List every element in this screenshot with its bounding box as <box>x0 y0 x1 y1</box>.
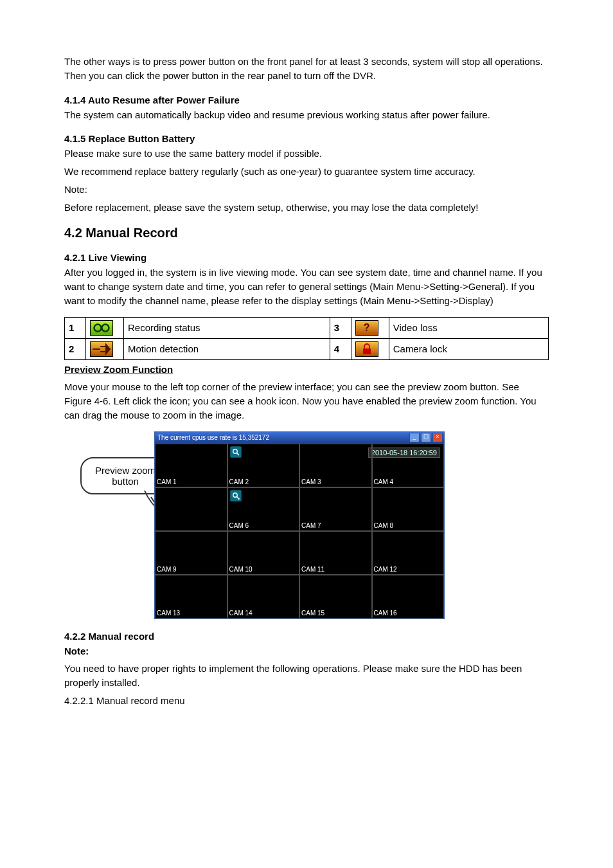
cell-num: 1 <box>65 317 86 338</box>
heading-4221: 4.2.2.1 Manual record menu <box>64 694 549 708</box>
note-body-422: You need to have proper rights to implem… <box>64 662 549 690</box>
cell-icon <box>351 338 389 359</box>
cell-icon: ? <box>351 317 389 338</box>
heading-42: 4.2 Manual Record <box>64 226 549 240</box>
svg-point-3 <box>233 449 236 453</box>
cell-icon <box>86 338 124 359</box>
preview-zoom-body: Move your mouse to the left top corner o… <box>64 380 549 422</box>
window-title: The current cpus use rate is 15,352172 <box>157 434 269 441</box>
lock-icon <box>355 341 378 357</box>
maximize-button[interactable]: ☐ <box>421 433 431 442</box>
preview-zoom-icon[interactable] <box>230 446 242 458</box>
camera-cell[interactable]: CAM 13 <box>155 575 227 619</box>
svg-point-5 <box>233 493 236 496</box>
camera-cell[interactable]: CAM 2 <box>227 444 300 487</box>
cell-desc: Camera lock <box>389 338 548 359</box>
camera-cell[interactable]: CAM 7 <box>299 487 372 531</box>
cell-num: 4 <box>330 338 351 359</box>
camera-cell[interactable]: CAM 14 <box>227 575 300 619</box>
svg-point-1 <box>102 324 109 331</box>
svg-line-4 <box>236 453 239 455</box>
note-label-422: Note: <box>64 646 89 656</box>
camera-cell[interactable]: CAM 1 <box>155 444 227 487</box>
heading-415: 4.1.5 Replace Button Battery <box>64 133 549 144</box>
table-row: 2 Motion detection 4 Camera lock <box>65 338 549 359</box>
cell-num: 2 <box>65 338 86 359</box>
preview-zoom-icon[interactable] <box>230 490 242 502</box>
cell-icon <box>86 317 124 338</box>
camera-cell[interactable]: CAM 12 <box>372 531 445 575</box>
camera-cell[interactable]: CAM 16 <box>372 575 445 619</box>
svg-point-0 <box>94 324 102 331</box>
camera-cell[interactable]: CAM 9 <box>155 531 227 575</box>
intro-paragraph: The other ways is to press power button … <box>64 55 549 83</box>
close-button[interactable]: × <box>432 433 443 442</box>
p415-note-label: Note: <box>64 183 549 197</box>
recording-icon <box>90 320 113 336</box>
videoloss-icon: ? <box>355 320 378 336</box>
camera-cell[interactable]: CAM 6 <box>227 487 300 531</box>
heading-421: 4.2.1 Live Viewing <box>64 252 549 263</box>
heading-422: 4.2.2 Manual record <box>64 631 549 642</box>
camera-cell[interactable]: CAM 4 <box>372 444 445 487</box>
camera-cell[interactable] <box>155 487 227 531</box>
cell-num: 3 <box>330 317 351 338</box>
svg-line-6 <box>236 496 239 499</box>
p415-2: We recommend replace battery regularly (… <box>64 165 549 179</box>
status-table: 1 Recording status 3 ? Video loss 2 Moti… <box>64 317 549 360</box>
camera-cell[interactable]: CAM 3 <box>299 444 372 487</box>
camera-grid: CAM 1 CAM 2 CAM 3 CAM 4 CAM 6 CAM 7 <box>155 444 444 619</box>
camera-cell[interactable]: CAM 15 <box>299 575 372 619</box>
camera-cell[interactable]: CAM 10 <box>227 531 300 575</box>
dvr-preview-window: The current cpus use rate is 15,352172 _… <box>154 431 445 619</box>
camera-cell[interactable]: CAM 11 <box>299 531 372 575</box>
cell-desc: Motion detection <box>124 338 330 359</box>
svg-rect-2 <box>363 348 371 354</box>
cell-desc: Recording status <box>124 317 330 338</box>
window-titlebar: The current cpus use rate is 15,352172 _… <box>155 432 444 444</box>
cell-desc: Video loss <box>389 317 548 338</box>
body-421: After you logged in, the system is in li… <box>64 266 549 307</box>
figure-4-6: Preview zoom button The current cpus use… <box>64 431 549 619</box>
p415-note-body: Before replacement, please save the syst… <box>64 201 549 215</box>
preview-zoom-heading: Preview Zoom Function <box>64 364 173 375</box>
table-row: 1 Recording status 3 ? Video loss <box>65 317 549 338</box>
body-414: The system can automatically backup vide… <box>64 108 549 122</box>
heading-414: 4.1.4 Auto Resume after Power Failure <box>64 95 549 105</box>
minimize-button[interactable]: _ <box>409 433 420 442</box>
camera-cell[interactable]: CAM 8 <box>372 487 445 531</box>
motion-icon <box>90 341 113 357</box>
p415-1: Please make sure to use the same battery… <box>64 147 549 161</box>
